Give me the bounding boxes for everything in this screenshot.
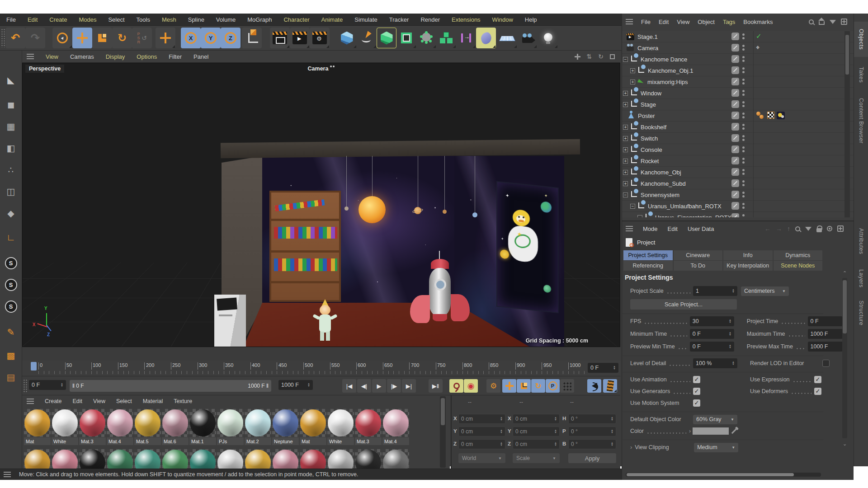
expand-icon[interactable]: + bbox=[623, 136, 628, 141]
enable-toggle[interactable] bbox=[731, 78, 739, 85]
enable-toggle[interactable] bbox=[731, 66, 739, 74]
filter-icon[interactable] bbox=[830, 20, 836, 24]
search-icon[interactable] bbox=[809, 19, 814, 24]
expand-icon[interactable]: + bbox=[623, 125, 628, 130]
render-lod-checkbox[interactable] bbox=[822, 360, 830, 367]
timeline-playhead[interactable] bbox=[31, 362, 37, 371]
transform-mode-select[interactable]: Scale▼ bbox=[513, 453, 560, 463]
expand-chevron-icon[interactable]: › bbox=[689, 428, 691, 434]
tab-content-browser[interactable]: Content Browser bbox=[854, 93, 868, 148]
texture-mode-button[interactable]: ▦ bbox=[2, 117, 20, 136]
tab-todo[interactable]: To Do bbox=[674, 261, 723, 271]
tab-info[interactable]: Info bbox=[723, 250, 773, 260]
tab-attributes[interactable]: Attributes bbox=[854, 222, 868, 260]
mograph-cloner-button[interactable] bbox=[436, 28, 456, 48]
visibility-dots[interactable] bbox=[742, 146, 745, 152]
minimum-time-input[interactable]: 0 F▲▼ bbox=[690, 329, 734, 339]
om-menu-icon[interactable] bbox=[626, 19, 633, 24]
key-parameter-button[interactable]: P bbox=[546, 379, 560, 393]
tab-layers[interactable]: Layers bbox=[854, 266, 868, 291]
expand-icon[interactable]: + bbox=[630, 68, 635, 73]
status-menu-icon[interactable] bbox=[4, 472, 11, 477]
project-scale-unit-select[interactable]: Centimeters▼ bbox=[741, 286, 789, 296]
menu-character[interactable]: Character bbox=[283, 16, 309, 23]
material-swatch[interactable]: Mat.4 bbox=[107, 409, 133, 445]
visibility-dots[interactable] bbox=[742, 101, 745, 107]
preview-max-input[interactable]: 1000 F bbox=[808, 342, 843, 352]
keying-settings-button[interactable]: ⚙ bbox=[486, 379, 500, 393]
light-button[interactable] bbox=[538, 28, 558, 48]
material-menu-create[interactable]: Create bbox=[45, 398, 62, 404]
render-preview-button[interactable] bbox=[603, 379, 617, 393]
render-settings-button[interactable] bbox=[310, 28, 330, 48]
object-row-camera[interactable]: Camera⌖ bbox=[622, 42, 854, 53]
collapse-icon[interactable]: − bbox=[637, 215, 642, 218]
subdivision-surface-button[interactable] bbox=[377, 28, 396, 48]
visibility-dots[interactable] bbox=[742, 135, 745, 141]
visibility-dots[interactable] bbox=[742, 33, 745, 39]
material-swatch[interactable]: Mat.2 bbox=[245, 409, 271, 445]
polygon-mode-button[interactable]: ◆ bbox=[2, 204, 20, 222]
undo-button[interactable]: ↶ bbox=[5, 28, 25, 48]
scale-project-button[interactable]: Scale Project... bbox=[630, 299, 737, 310]
viewport-menu-display[interactable]: Display bbox=[106, 53, 125, 60]
goto-start-button[interactable]: |◀ bbox=[342, 379, 356, 393]
use-animation-checkbox[interactable]: ✓ bbox=[693, 376, 700, 383]
om-menu-object[interactable]: Object bbox=[698, 19, 715, 25]
compositing-tag-icon[interactable] bbox=[767, 112, 774, 119]
scale-z-input[interactable]: 0 cm▲▼ bbox=[513, 439, 560, 449]
viewport-3d-scene[interactable]: + ✦ bbox=[22, 63, 620, 347]
visibility-dots[interactable] bbox=[742, 45, 745, 51]
object-row-switch[interactable]: +Switch bbox=[622, 133, 854, 144]
visibility-dots[interactable] bbox=[742, 113, 745, 118]
material-swatch[interactable] bbox=[79, 449, 106, 469]
rot-p-input[interactable]: 0 °▲▼ bbox=[568, 427, 616, 436]
apply-button[interactable]: Apply bbox=[568, 453, 616, 463]
material-swatch[interactable] bbox=[107, 449, 133, 469]
paint-tool-button[interactable]: ✎ bbox=[2, 323, 20, 341]
attr-menu-edit[interactable]: Edit bbox=[668, 225, 678, 232]
material-menu-material[interactable]: Material bbox=[143, 398, 163, 404]
visibility-dots[interactable] bbox=[742, 56, 745, 62]
menu-help[interactable]: Help bbox=[525, 16, 537, 23]
menu-simulate[interactable]: Simulate bbox=[354, 16, 377, 23]
tab-cineware[interactable]: Cineware bbox=[674, 250, 723, 260]
workplane-mode-button[interactable]: ◧ bbox=[2, 139, 20, 157]
material-swatch[interactable]: Mat.5 bbox=[134, 409, 161, 445]
expand-icon[interactable]: + bbox=[630, 80, 635, 84]
material-swatch[interactable] bbox=[300, 449, 326, 469]
material-swatch[interactable] bbox=[355, 449, 382, 469]
current-frame-input[interactable]: 0 F▲▼ bbox=[588, 363, 618, 373]
object-row-sonnensystem[interactable]: −Sonnensystem bbox=[622, 189, 854, 200]
maximum-time-input[interactable]: 1000 F bbox=[808, 329, 843, 339]
material-swatch[interactable]: Mat bbox=[300, 409, 326, 445]
material-swatch[interactable]: Neptune bbox=[272, 409, 299, 445]
visibility-dots[interactable] bbox=[742, 169, 745, 175]
make-editable-button[interactable]: ◣ bbox=[2, 71, 20, 89]
enable-toggle[interactable] bbox=[731, 191, 739, 198]
material-swatch[interactable]: Mat bbox=[24, 409, 51, 445]
viewport-menu-cameras[interactable]: Cameras bbox=[70, 53, 94, 60]
enable-toggle[interactable] bbox=[731, 123, 739, 131]
lod-input[interactable]: 100 %▲▼ bbox=[693, 358, 737, 368]
move-tool-button[interactable] bbox=[72, 28, 92, 48]
project-time-input[interactable]: 0 F bbox=[808, 316, 843, 326]
bricks-tool-button[interactable]: ▤ bbox=[2, 368, 20, 386]
spline-pen-button[interactable] bbox=[357, 28, 377, 48]
object-row-poster[interactable]: Poster bbox=[622, 110, 854, 121]
tab-project-settings[interactable]: Project Settings bbox=[623, 250, 673, 260]
key-scale-button[interactable] bbox=[517, 379, 531, 393]
menu-create[interactable]: Create bbox=[49, 16, 67, 23]
menu-animate[interactable]: Animate bbox=[321, 16, 343, 23]
attr-menu-mode[interactable]: Mode bbox=[643, 225, 658, 232]
viewport-menu-view[interactable]: View bbox=[46, 53, 58, 60]
home-icon[interactable] bbox=[819, 21, 825, 25]
toggle-view-icon[interactable] bbox=[610, 54, 615, 59]
om-menu-file[interactable]: File bbox=[641, 19, 651, 25]
object-row-uranus-eigenrotation[interactable]: −Uranus_Eigenrotation_ROTX bbox=[622, 212, 854, 217]
timeline-ruler[interactable]: 0 50 100 150 200 250 300 350 400 450 500… bbox=[22, 361, 620, 376]
om-menu-view[interactable]: View bbox=[677, 19, 689, 25]
attribute-object-row[interactable]: Project bbox=[622, 236, 854, 249]
visibility-dots[interactable] bbox=[742, 67, 745, 73]
pan-view-icon[interactable] bbox=[575, 54, 580, 60]
